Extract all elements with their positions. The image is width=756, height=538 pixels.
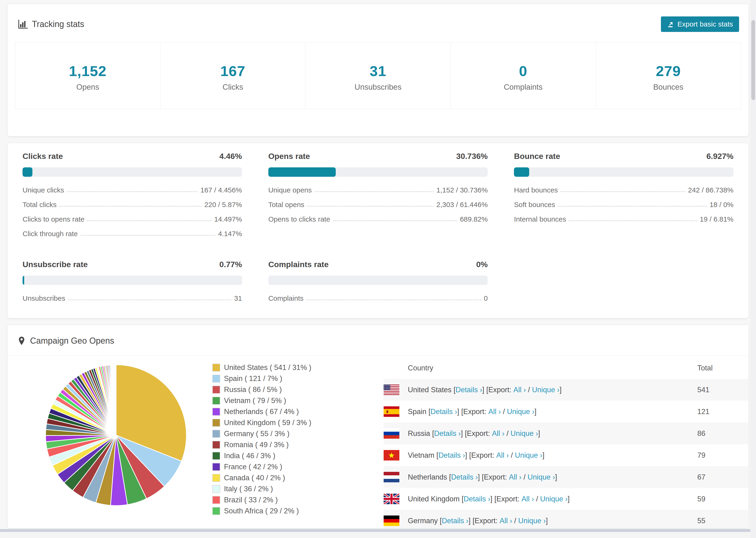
- geo-title: Campaign Geo Opens: [30, 336, 114, 346]
- country-total: 59: [697, 495, 748, 503]
- country-total: 79: [697, 451, 748, 459]
- export-unique-link[interactable]: Unique ›: [527, 473, 555, 481]
- export-all-link[interactable]: All ›: [496, 451, 509, 459]
- legend-item: South Africa ( 29 / 2% ): [212, 507, 353, 515]
- stat-box-complaints: 0 Complaints: [451, 42, 596, 109]
- export-all-link[interactable]: All ›: [500, 517, 512, 525]
- export-all-link[interactable]: All ›: [513, 386, 526, 394]
- rate-detail-value: 1,152 / 30.736%: [436, 186, 488, 194]
- rate-title: Clicks rate: [23, 152, 63, 161]
- progress-bar: [268, 276, 488, 285]
- legend-swatch: [212, 419, 220, 427]
- rate-detail-value: 689.82%: [460, 215, 488, 223]
- export-all-link[interactable]: All ›: [521, 495, 534, 503]
- dotted-leader: [306, 299, 481, 300]
- rate-detail-label: Unique opens: [268, 186, 312, 194]
- legend-item: Canada ( 40 / 2% ): [212, 474, 353, 482]
- rate-detail-row: Total opens 2,303 / 61.446%: [268, 201, 488, 209]
- table-row-gb: United Kingdom [Details ›] [Export: All …: [384, 488, 748, 510]
- stat-label: Bounces: [596, 82, 741, 91]
- legend-item: United States ( 541 / 31% ): [212, 363, 353, 372]
- export-all-link[interactable]: All ›: [488, 407, 501, 416]
- legend-swatch: [212, 507, 220, 515]
- details-link[interactable]: Details ›: [431, 407, 458, 416]
- stat-value: 1,152: [15, 63, 160, 79]
- rate-detail-label: Unique clicks: [23, 186, 64, 194]
- progress-bar-fill: [23, 167, 32, 177]
- rate-detail-value: 4.147%: [218, 230, 242, 238]
- export-unique-link[interactable]: Unique ›: [515, 451, 542, 459]
- legend-item: India ( 46 / 3% ): [212, 452, 353, 460]
- rate-detail-label: Soft bounces: [514, 201, 555, 209]
- dotted-leader: [81, 235, 215, 236]
- legend-label: Canada ( 40 / 2% ): [224, 474, 285, 482]
- details-link[interactable]: Details ›: [438, 451, 465, 459]
- progress-bar-fill: [514, 167, 529, 177]
- details-link[interactable]: Details ›: [434, 429, 461, 438]
- scrollbar-thumb[interactable]: [751, 20, 755, 100]
- legend-label: Brazil ( 33 / 2% ): [224, 496, 278, 504]
- bar-chart-icon: [18, 19, 28, 29]
- rate-title: Complaints rate: [268, 260, 329, 269]
- geo-table: Country Total United States [Details ›] …: [384, 360, 748, 528]
- geo-pie-chart: [43, 360, 189, 528]
- legend-item: Russia ( 86 / 5% ): [212, 385, 353, 394]
- country-name: Vietnam: [408, 451, 436, 459]
- campaign-geo-opens-card: Campaign Geo Opens United States ( 541 /…: [8, 325, 748, 528]
- tracking-stats-title-row: Tracking stats: [18, 19, 84, 29]
- export-all-link[interactable]: All ›: [509, 473, 521, 481]
- export-unique-link[interactable]: Unique ›: [532, 386, 560, 394]
- legend-item: United Kingdom ( 59 / 3% ): [212, 418, 353, 427]
- export-unique-link[interactable]: Unique ›: [507, 407, 534, 416]
- flag-gb-icon: [384, 494, 399, 504]
- dotted-leader: [59, 206, 201, 207]
- dotted-leader: [561, 191, 685, 192]
- legend-swatch: [212, 364, 220, 372]
- legend-swatch: [212, 452, 220, 460]
- rate-detail-label: Total opens: [268, 201, 304, 209]
- rate-detail-row: Internal bounces 19 / 6.81%: [514, 215, 733, 223]
- page-scrollbar[interactable]: [750, 0, 756, 538]
- rate-detail-row: Clicks to opens rate 14.497%: [23, 215, 242, 223]
- legend-label: South Africa ( 29 / 2% ): [224, 507, 299, 515]
- country-name: Germany: [408, 517, 440, 525]
- details-link[interactable]: Details ›: [464, 495, 490, 503]
- legend-item: Brazil ( 33 / 2% ): [212, 496, 353, 504]
- export-unique-link[interactable]: Unique ›: [511, 429, 538, 438]
- rate-value: 4.46%: [219, 152, 242, 161]
- dotted-leader: [315, 191, 434, 192]
- rate-detail-row: Unique opens 1,152 / 30.736%: [268, 186, 488, 194]
- rate-detail-row: Hard bounces 242 / 86.738%: [514, 186, 733, 194]
- rate-detail-label: Click through rate: [23, 230, 78, 238]
- country-total: 121: [697, 407, 748, 416]
- export-basic-stats-button[interactable]: Export basic stats: [661, 17, 739, 32]
- rate-title: Unsubscribe rate: [23, 260, 88, 269]
- stat-box-opens: 1,152 Opens: [15, 42, 160, 109]
- country-total: 86: [697, 429, 748, 438]
- stats-row: 1,152 Opens 167 Clicks 31 Unsubscribes 0…: [15, 42, 741, 109]
- dotted-leader: [67, 191, 198, 192]
- export-icon: [667, 21, 674, 28]
- details-link[interactable]: Details ›: [442, 517, 469, 525]
- progress-bar-fill: [268, 167, 336, 177]
- legend-swatch: [212, 485, 220, 493]
- rate-detail-value: 0: [484, 295, 488, 302]
- dotted-leader: [333, 220, 457, 221]
- rate-title: Bounce rate: [514, 152, 560, 161]
- tracking-stats-header: Tracking stats Export basic stats: [8, 4, 748, 32]
- export-unique-link[interactable]: Unique ›: [518, 517, 546, 525]
- geo-table-header: Country Total: [384, 360, 748, 379]
- details-link[interactable]: Details ›: [456, 386, 482, 394]
- legend-label: India ( 46 / 3% ): [224, 452, 275, 460]
- table-row-ru: Russia [Details ›] [Export: All › / Uniq…: [384, 422, 748, 444]
- dotted-leader: [558, 206, 707, 207]
- dotted-leader: [569, 220, 697, 221]
- legend-swatch: [212, 386, 220, 394]
- rate-value: 0.77%: [219, 260, 242, 269]
- stat-label: Opens: [15, 82, 160, 91]
- details-link[interactable]: Details ›: [451, 473, 478, 481]
- export-unique-link[interactable]: Unique ›: [540, 495, 567, 503]
- export-all-link[interactable]: All ›: [492, 429, 504, 438]
- tracking-stats-card: Tracking stats Export basic stats 1,152 …: [8, 4, 748, 136]
- rate-detail-value: 18 / 0%: [710, 201, 733, 209]
